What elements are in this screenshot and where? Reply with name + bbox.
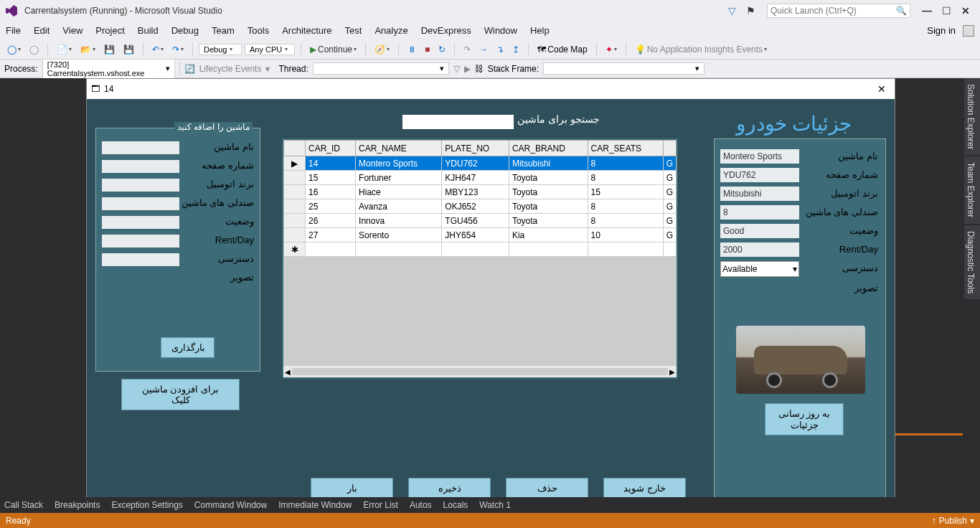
tab-errorlist[interactable]: Error List — [363, 500, 398, 510]
menu-project[interactable]: Project — [95, 25, 124, 36]
save-all-icon[interactable]: 💾 — [121, 43, 137, 56]
grid-row[interactable]: 16HiaceMBY123Toyota15G — [284, 185, 677, 199]
tab-callstack[interactable]: Call Stack — [4, 500, 43, 510]
save-icon[interactable]: 💾 — [101, 43, 118, 56]
menu-devexpress[interactable]: DevExpress — [421, 25, 471, 36]
step-show-icon[interactable]: ↷ — [461, 43, 473, 56]
input-brand[interactable] — [102, 179, 179, 192]
d-input-seats[interactable] — [720, 205, 799, 220]
add-car-button[interactable]: برای افزودن ماشین کلیک — [121, 379, 240, 410]
grid-row[interactable]: 25AvanzaOKJ652Toyota8G — [284, 199, 677, 214]
filter-icon[interactable]: ▽ — [724, 4, 740, 18]
upload-button[interactable]: بارگذاری — [161, 337, 215, 358]
menu-file[interactable]: File — [6, 25, 21, 36]
tab-autos[interactable]: Autos — [410, 500, 432, 510]
nav-back-icon[interactable]: ◯ ▾ — [4, 43, 24, 56]
search-input[interactable] — [402, 115, 514, 129]
menu-edit[interactable]: Edit — [34, 25, 50, 36]
minimize-button[interactable]: — — [918, 4, 936, 18]
input-seats[interactable] — [102, 197, 179, 210]
redo-icon[interactable]: ↷▾ — [169, 43, 187, 56]
delete-button[interactable]: حذف — [506, 478, 588, 499]
open-icon[interactable]: 📂▾ — [77, 43, 98, 56]
browser-icon[interactable]: 🧭▾ — [372, 43, 392, 56]
tab-exceptions[interactable]: Exception Settings — [111, 500, 182, 510]
user-avatar[interactable] — [963, 25, 974, 37]
stackframe-dropdown[interactable]: ▾ — [543, 62, 705, 75]
side-tab-team[interactable]: Team Explorer — [964, 156, 980, 223]
exit-button[interactable]: خارج شوید — [603, 478, 686, 499]
menu-view[interactable]: View — [62, 25, 83, 36]
step-into-icon[interactable]: → — [476, 43, 491, 56]
publish-chevron-icon[interactable]: ▾ — [970, 516, 974, 526]
load-button[interactable]: بار — [311, 478, 393, 499]
step-over-icon[interactable]: ↴ — [494, 43, 507, 56]
input-plate[interactable] — [102, 160, 179, 173]
tab-watch1[interactable]: Watch 1 — [479, 500, 511, 510]
d-input-plate[interactable] — [720, 168, 799, 182]
input-name[interactable] — [102, 141, 179, 154]
grid-row[interactable]: 15FortunerKJH647Toyota8G — [284, 171, 677, 185]
tab-command[interactable]: Command Window — [194, 500, 267, 510]
codemap-button[interactable]: 🗺 Code Map — [534, 43, 590, 56]
menu-analyze[interactable]: Analyze — [374, 25, 407, 36]
d-input-name[interactable] — [720, 149, 799, 164]
d-input-rent[interactable] — [720, 242, 799, 257]
car-grid[interactable]: CAR_IDCAR_NAMEPLATE_NOCAR_BRANDCAR_SEATS… — [282, 138, 678, 379]
quick-launch[interactable]: Quick Launch (Ctrl+Q) 🔍 — [767, 4, 910, 18]
menu-build[interactable]: Build — [138, 25, 159, 36]
freeze-icon[interactable]: ⛓ — [475, 64, 484, 74]
nav-fwd-icon[interactable]: ◯ — [27, 43, 42, 56]
grid-row[interactable]: 26InnovaTGU456Toyota8G — [284, 214, 677, 228]
new-project-icon[interactable]: 📄▾ — [54, 43, 75, 56]
dx-icon[interactable]: ✦▾ — [603, 43, 620, 56]
restart-icon[interactable]: ↻ — [435, 43, 448, 56]
publish-arrow-icon[interactable]: ↑ — [932, 516, 936, 526]
undo-icon[interactable]: ↶▾ — [149, 43, 166, 56]
menu-test[interactable]: Test — [345, 25, 362, 36]
input-access[interactable] — [102, 253, 179, 266]
menu-team[interactable]: Team — [212, 25, 235, 36]
save-button[interactable]: ذخیره — [408, 478, 491, 499]
chevron-down-icon: ▾ — [793, 264, 797, 274]
tab-immediate[interactable]: Immediate Window — [278, 500, 352, 510]
lifecycle-icon[interactable]: 🔄 — [184, 64, 195, 74]
sign-in-link[interactable]: Sign in — [927, 25, 956, 36]
grid-row[interactable]: ▶14Montero SportsYDU762Mitsubishi8G — [284, 156, 677, 171]
d-select-access[interactable]: Available▾ — [720, 261, 799, 277]
pause-icon[interactable]: ⏸ — [405, 43, 419, 56]
side-tab-diagnostic[interactable]: Diagnostic Tools — [964, 225, 980, 299]
menu-debug[interactable]: Debug — [171, 25, 199, 36]
grid-row[interactable]: 27SorentoJHY654Kia10G — [284, 228, 677, 242]
tab-locals[interactable]: Locals — [443, 500, 468, 510]
side-tab-solution[interactable]: Solution Explorer — [964, 78, 980, 155]
input-rent[interactable] — [102, 235, 179, 248]
config-dropdown[interactable]: Debug▾ — [199, 44, 242, 55]
input-status[interactable] — [102, 216, 179, 229]
grid-hscroll[interactable]: ◀▶ — [283, 366, 677, 377]
tab-breakpoints[interactable]: Breakpoints — [55, 500, 100, 510]
menu-help[interactable]: Help — [530, 25, 550, 36]
update-button[interactable]: به روز رسانی جزئيات — [765, 403, 844, 435]
d-input-status[interactable] — [720, 224, 799, 238]
insights-button[interactable]: 💡 No Application Insights Events ▾ — [632, 43, 770, 56]
publish-button[interactable]: Publish — [939, 516, 967, 526]
step-out-icon[interactable]: ↥ — [509, 43, 522, 56]
stop-icon[interactable]: ■ — [422, 43, 433, 56]
menu-architecture[interactable]: Architecture — [282, 25, 331, 36]
grid-new-row[interactable]: ✱ — [284, 242, 677, 257]
thread-dropdown[interactable]: ▾ — [313, 62, 449, 75]
menu-tools[interactable]: Tools — [248, 25, 269, 36]
flag-threads-icon[interactable]: ▶ — [464, 64, 471, 74]
d-input-brand[interactable] — [720, 187, 799, 201]
process-dropdown[interactable]: [7320] Carrentalsystem.vshost.exe▾ — [42, 59, 175, 79]
close-button[interactable]: ✕ — [957, 4, 974, 18]
form-close-button[interactable]: ✕ — [873, 82, 890, 96]
d-lbl-plate: شماره صفحه — [826, 169, 878, 180]
continue-button[interactable]: ▶ Continue ▾ — [307, 43, 359, 56]
platform-dropdown[interactable]: Any CPU▾ — [245, 44, 295, 55]
menu-window[interactable]: Window — [484, 25, 517, 36]
maximize-button[interactable]: ☐ — [938, 4, 956, 18]
notify-icon[interactable]: ⚑ — [742, 4, 760, 18]
filter-threads-icon[interactable]: ▽ — [453, 64, 460, 74]
